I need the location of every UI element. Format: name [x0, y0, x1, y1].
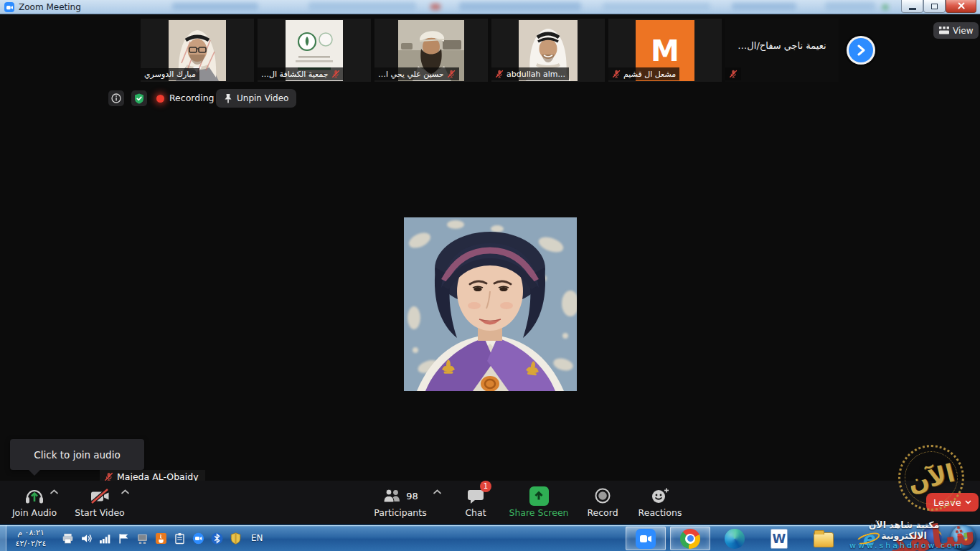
- unpin-video-label: Unpin Video: [237, 93, 288, 103]
- bluetooth-tray-icon[interactable]: [211, 532, 223, 545]
- reactions-button[interactable]: Reactions: [626, 485, 694, 518]
- join-audio-button[interactable]: Join Audio: [0, 485, 69, 518]
- taskbar-app-chrome[interactable]: [670, 527, 710, 550]
- participant-tile[interactable]: مبارك الدوسري: [141, 19, 254, 82]
- chat-unread-badge: 1: [480, 481, 491, 492]
- titlebar-glass-blur: [0, 0, 980, 14]
- chat-label: Chat: [441, 507, 510, 518]
- taskbar-app-firefox[interactable]: [920, 527, 942, 549]
- show-desktop-strip[interactable]: [0, 525, 6, 551]
- share-screen-label: Share Screen: [504, 507, 573, 518]
- close-button[interactable]: [946, 0, 976, 13]
- word-icon: W: [771, 529, 788, 549]
- gallery-view-icon: [939, 27, 949, 34]
- participant-name: abdullah alm...: [507, 70, 565, 79]
- clock-time: ٠٨:٢١ م: [9, 527, 53, 538]
- system-tray: EN: [62, 525, 263, 551]
- reactions-label: Reactions: [626, 507, 694, 518]
- language-indicator[interactable]: EN: [251, 533, 263, 543]
- participant-tile[interactable]: نعيمة ناجي سفاح/ال…: [725, 19, 839, 82]
- participant-tile[interactable]: حسين علي يحي ا…: [374, 19, 488, 82]
- participant-name: مبارك الدوسري: [144, 70, 196, 79]
- participant-name-label: مشعل ال قشيم: [608, 67, 679, 80]
- reactions-smiley-icon: [651, 487, 669, 504]
- participants-label: Participants: [366, 507, 435, 518]
- avatar-letter: M: [651, 34, 679, 67]
- taskbar-app-ie[interactable]: e: [848, 527, 888, 550]
- encryption-status-button[interactable]: [131, 90, 147, 106]
- taskbar-app-explorer[interactable]: [804, 527, 844, 550]
- chat-button[interactable]: 1 Chat: [441, 485, 510, 518]
- clipboard-tray-icon[interactable]: [174, 532, 186, 545]
- participants-icon: [382, 488, 402, 504]
- muted-mic-icon: [447, 69, 456, 79]
- internet-explorer-icon: e: [857, 528, 880, 550]
- restore-button[interactable]: [923, 0, 946, 13]
- edge-icon: [725, 529, 745, 549]
- participant-name-label: [725, 67, 741, 80]
- participant-name: جمعية الكشافة ال…: [261, 70, 329, 79]
- participant-tile[interactable]: abdullah alm...: [491, 19, 605, 82]
- participant-name-label: جمعية الكشافة ال…: [258, 67, 344, 80]
- join-audio-label: Join Audio: [0, 507, 69, 518]
- shield-check-icon: [134, 93, 144, 104]
- unpin-video-button[interactable]: Unpin Video: [216, 89, 296, 108]
- network-signal-tray-icon[interactable]: [99, 532, 111, 545]
- action-center-flag-tray-icon[interactable]: [118, 532, 130, 545]
- record-icon: [594, 487, 611, 504]
- leave-options-chevron-icon: [965, 500, 971, 504]
- participant-name-label: abdullah alm...: [491, 67, 569, 80]
- participant-display-name: نعيمة ناجي سفاح/ال…: [725, 40, 839, 51]
- join-audio-options-chevron[interactable]: [50, 489, 58, 494]
- taskbar-app-word[interactable]: W: [759, 527, 799, 550]
- muted-mic-icon: [729, 69, 738, 79]
- share-screen-button[interactable]: Share Screen: [504, 485, 573, 518]
- taskbar-clock[interactable]: ٠٨:٢١ م ٤٢/٠٢/٢٤: [9, 527, 53, 550]
- taskbar-app-zoom[interactable]: [626, 527, 666, 550]
- view-label: View: [953, 26, 973, 36]
- participants-button[interactable]: 98 Participants: [366, 485, 435, 518]
- recording-indicator-dot: [156, 95, 164, 103]
- firefox-icon: [920, 527, 942, 549]
- info-icon: [111, 93, 121, 103]
- meeting-info-button[interactable]: [108, 90, 124, 106]
- zoom-tray-icon[interactable]: [192, 532, 204, 545]
- leave-button[interactable]: Leave: [926, 493, 979, 512]
- volume-tray-icon[interactable]: [80, 532, 93, 545]
- minimize-button[interactable]: [901, 0, 923, 13]
- zoom-icon: [636, 529, 656, 549]
- java-update-tray-icon[interactable]: [155, 532, 167, 545]
- participant-name: حسين علي يحي ا…: [378, 70, 444, 79]
- security-shield-tray-icon[interactable]: [230, 532, 242, 545]
- windows-taskbar: ٠٨:٢١ م ٤٢/٠٢/٢٤: [0, 524, 980, 551]
- participant-name: مشعل ال قشيم: [623, 70, 676, 79]
- muted-mic-icon: [495, 69, 504, 79]
- share-screen-icon: [529, 486, 549, 506]
- zoom-meeting-window: Zoom Meeting مب: [0, 0, 980, 551]
- taskbar-app-edge[interactable]: [715, 527, 755, 550]
- headphones-icon: [24, 486, 44, 505]
- start-button[interactable]: [951, 525, 976, 551]
- participant-tile[interactable]: جمعية الكشافة ال…: [258, 19, 371, 82]
- meeting-toolbar: Join Audio Start Video: [0, 481, 980, 524]
- start-video-label: Start Video: [65, 507, 134, 518]
- next-participants-page-button[interactable]: [849, 38, 873, 62]
- view-button[interactable]: View: [933, 22, 979, 39]
- pinned-video[interactable]: [404, 217, 577, 391]
- video-camera-off-icon: [89, 487, 110, 505]
- window-titlebar: Zoom Meeting: [0, 0, 980, 14]
- start-video-options-chevron[interactable]: [121, 489, 129, 494]
- participant-name-label: حسين علي يحي ا…: [374, 67, 459, 80]
- tooltip-text: Click to join audio: [34, 449, 120, 461]
- display-device-tray-icon[interactable]: [136, 532, 149, 545]
- minimize-icon: [909, 8, 916, 10]
- chrome-icon: [680, 529, 700, 549]
- participants-options-chevron[interactable]: [433, 489, 441, 494]
- restore-icon: [931, 4, 938, 9]
- join-audio-tooltip: Click to join audio: [10, 439, 144, 470]
- window-controls: [901, 0, 976, 13]
- recording-label: Recording: [169, 93, 215, 103]
- printer-tray-icon[interactable]: [62, 532, 74, 545]
- participant-tile[interactable]: M مشعل ال قشيم: [608, 19, 722, 82]
- muted-mic-icon: [612, 69, 621, 79]
